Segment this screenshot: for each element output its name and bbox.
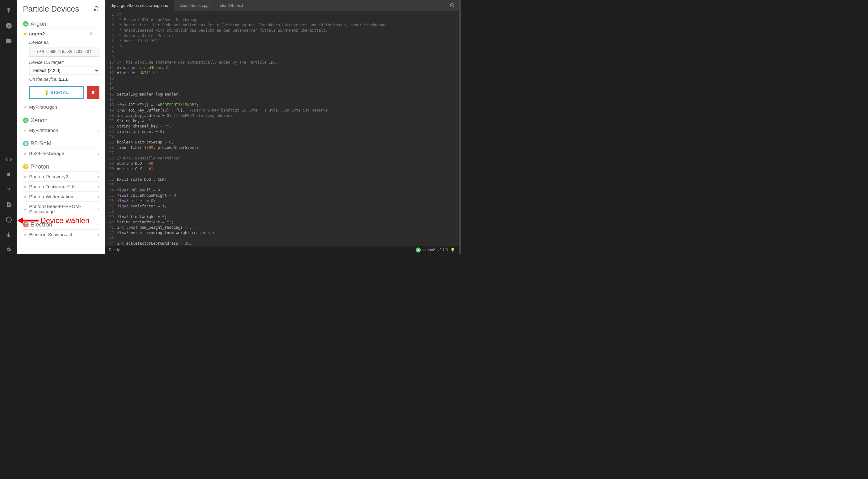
bookmark-icon[interactable]: [4, 170, 13, 179]
svg-text:?: ?: [7, 187, 10, 193]
os-target-select[interactable]: Default (2.2.0): [29, 66, 99, 75]
chevron-right-icon[interactable]: ›: [98, 128, 99, 133]
status-device-name: argon2: [423, 248, 435, 252]
code-line: 33: [105, 182, 459, 187]
tab-cloud4bees.cpp[interactable]: cloud4bees.cpp: [174, 0, 215, 11]
device-details: Device ID: e00fce68c5f6ae2e5c03ef04 Devi…: [23, 40, 99, 102]
add-tab-icon[interactable]: [445, 0, 459, 11]
settings-icon[interactable]: [4, 245, 13, 254]
star-icon[interactable]: ★: [23, 127, 27, 133]
star-icon[interactable]: ★: [23, 194, 27, 200]
platform-name: Xenon: [30, 117, 48, 124]
code-line: 26Timer timer(1000, proceedAfter5sec);: [105, 145, 459, 150]
device-row[interactable]: ★ Photon-Testwaage2.0 ›: [23, 181, 99, 192]
platform-xenon: XXenon: [23, 114, 99, 125]
code-line: 7 */: [105, 44, 459, 49]
status-bar: Ready. A argon2 v2.1.0 💡: [105, 246, 459, 254]
chevron-right-icon[interactable]: ›: [98, 184, 99, 189]
chevron-right-icon[interactable]: ›: [98, 232, 99, 237]
code-line: 9: [105, 55, 459, 60]
platform-name: Argon: [30, 20, 46, 27]
platform-badge: P: [23, 164, 29, 169]
code-line: 41int const num_weight_readings = 5;: [105, 225, 459, 230]
device-id-label: Device ID:: [29, 40, 99, 45]
code-line: 19char api_key_Buffer[18] = {0}; //Der A…: [105, 108, 459, 113]
platform-photon: PPhoton: [23, 161, 99, 171]
code-line: 32HX711 scale(DOUT, CLK);: [105, 177, 459, 182]
star-icon[interactable]: ★: [23, 174, 27, 179]
code-line: 27: [105, 150, 459, 156]
code-line: 24: [105, 134, 459, 140]
device-name: MyFirstArgon: [29, 104, 96, 110]
chevron-down-icon[interactable]: ⌄: [96, 31, 99, 36]
platform-name: B5 SoM: [30, 140, 52, 147]
code-editor[interactable]: 1/*2 * Project DIY-Argon4Bees-Stockwaage…: [105, 11, 459, 246]
code-line: 39float floatWeight = 0;: [105, 214, 459, 219]
platform-badge: A: [23, 21, 29, 27]
code-line: 29#define DOUT A0: [105, 161, 459, 166]
bulb-icon[interactable]: 💡: [450, 248, 455, 252]
platform-badge: B: [23, 141, 29, 146]
device-name: Photon4Bees-EEPROM-Stockwaage: [29, 204, 96, 214]
icon-rail: ?: [0, 0, 17, 254]
on-device-label: On the device: 2.1.0: [29, 77, 99, 82]
device-row[interactable]: ★ Photon-Wetterstation ›: [23, 192, 99, 201]
device-row[interactable]: ★ Electron-Schwarzach ›: [23, 229, 99, 239]
code-line: 43: [105, 236, 459, 241]
delete-button[interactable]: [87, 86, 99, 99]
online-dot: [90, 32, 93, 35]
star-icon[interactable]: ★: [23, 232, 27, 237]
refresh-icon[interactable]: [94, 6, 99, 12]
device-name: Photon-Wetterstation: [29, 194, 96, 199]
chevron-right-icon[interactable]: ›: [98, 174, 99, 179]
device-name: Photon-Testwaage2.0: [29, 184, 96, 189]
platform-badge: X: [23, 117, 29, 123]
code-line: 18char API_KEY[] = "ABCDEFGHIJKLMNOP";: [105, 102, 459, 108]
device-row[interactable]: ★ MyFirstXenon ›: [23, 125, 99, 135]
docs-icon[interactable]: [4, 200, 13, 209]
chevron-right-icon[interactable]: ›: [98, 105, 99, 110]
tab-cloud4bees.h[interactable]: cloud4bees.h: [215, 0, 250, 11]
star-icon[interactable]: ★: [23, 31, 27, 37]
code-line: 15: [105, 87, 459, 92]
code-line: 35float valueKnownWeight = 0;: [105, 193, 459, 198]
code-line: 44int scalefactorEepromAdress = 30;: [105, 241, 459, 246]
star-icon[interactable]: ★: [23, 150, 27, 156]
flash-icon[interactable]: [4, 6, 13, 15]
folder-icon[interactable]: [4, 36, 13, 45]
code-line: 10// This #include statement was automat…: [105, 60, 459, 65]
device-name: argon2: [29, 31, 88, 36]
device-row[interactable]: ★ Photon4Bees-EEPROM-Stockwaage ›: [23, 201, 99, 216]
star-icon[interactable]: ★: [23, 104, 27, 110]
device-row[interactable]: ★ argon2 ⌄: [23, 29, 99, 38]
device-name: B523-Testwaage: [29, 151, 96, 156]
tab-diy-argon4bees-stockwaage.ino[interactable]: diy-argon4bees-stockwaage.ino: [105, 0, 174, 11]
code-line: 37float scalefactor = 1;: [105, 204, 459, 209]
verify-icon[interactable]: [4, 21, 13, 30]
device-row[interactable]: ★ MyFirstArgon ›: [23, 102, 99, 112]
code-icon[interactable]: [4, 155, 13, 164]
code-line: 20int api_key_address = 0; // EEPROM sta…: [105, 113, 459, 118]
device-name: Photon-Recovery2: [29, 174, 96, 179]
platform-badge: E: [23, 222, 29, 228]
editor-tabs: diy-argon4bees-stockwaage.inocloud4bees.…: [105, 0, 459, 11]
help-icon[interactable]: ?: [4, 185, 13, 194]
console-icon[interactable]: [4, 230, 13, 239]
signal-button[interactable]: 💡 SIGNAL: [29, 86, 84, 99]
device-row[interactable]: ★ Photon-Recovery2 ›: [23, 171, 99, 181]
device-row[interactable]: ★ B523-Testwaage ›: [23, 148, 99, 158]
code-line: 1/*: [105, 12, 459, 17]
svg-point-2: [6, 217, 11, 223]
chevron-right-icon[interactable]: ›: [98, 194, 99, 199]
platform-b5 som: BB5 SoM: [23, 138, 99, 148]
device-id-value[interactable]: e00fce68c5f6ae2e5c03ef04: [29, 47, 99, 57]
star-icon[interactable]: ★: [23, 183, 27, 190]
code-line: 12#include "HX711.h": [105, 70, 459, 76]
chevron-right-icon[interactable]: ›: [98, 206, 99, 211]
code-line: 8: [105, 49, 459, 55]
code-line: 5 * Author: Dieter Metzler: [105, 33, 459, 38]
star-icon[interactable]: ★: [23, 206, 27, 212]
scrollbar[interactable]: [459, 0, 461, 254]
chevron-right-icon[interactable]: ›: [98, 151, 99, 156]
target-icon[interactable]: [4, 215, 13, 224]
